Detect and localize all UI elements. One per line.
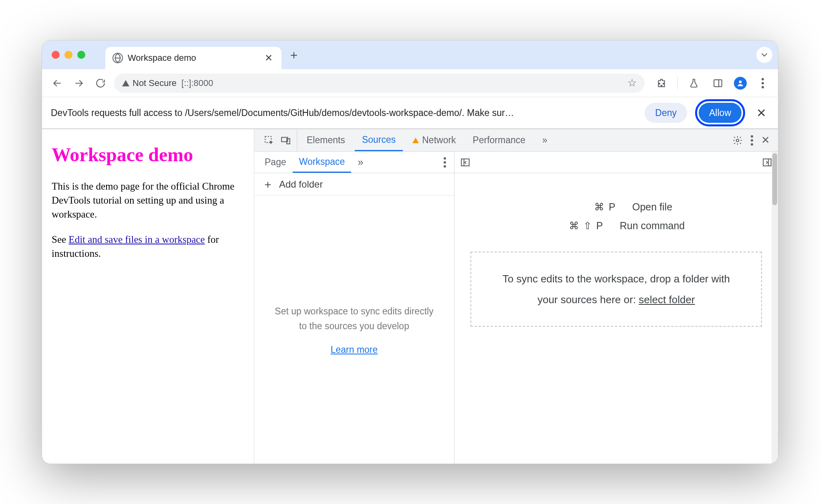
tab-network[interactable]: Network <box>405 129 463 151</box>
svg-point-4 <box>739 80 742 83</box>
shortcuts-hint: ⌘ P Open file ⌘ ⇧ P Run command <box>470 201 762 232</box>
reload-icon <box>95 78 106 88</box>
warning-icon <box>412 138 419 143</box>
url-text: [::]:8000 <box>181 78 213 88</box>
device-toggle-icon[interactable] <box>281 135 291 146</box>
open-file-label: Open file <box>632 201 672 213</box>
person-icon <box>736 79 744 87</box>
flask-icon <box>689 78 699 88</box>
open-file-keys: ⌘ P <box>560 201 616 213</box>
editor-content: ⌘ P Open file ⌘ ⇧ P Run command To sync … <box>454 173 778 464</box>
scrollbar[interactable] <box>772 152 778 464</box>
devtools-tabbar: Elements Sources Network Performance » ✕ <box>254 129 778 152</box>
editor-pane: ⌘ P Open file ⌘ ⇧ P Run command To sync … <box>454 152 778 464</box>
navigator-tabs: Page Workspace » <box>254 152 454 173</box>
deny-button[interactable]: Deny <box>645 103 687 123</box>
arrow-right-icon <box>74 78 84 88</box>
nav-menu-button[interactable] <box>440 152 450 173</box>
browser-tab[interactable]: Workspace demo ✕ <box>105 47 281 69</box>
close-tab-button[interactable]: ✕ <box>263 52 274 64</box>
navigator-pane: Page Workspace » ＋ Add folder Set up wor… <box>254 152 454 464</box>
tab-strip: Workspace demo ✕ ＋ <box>42 40 778 69</box>
arrow-left-icon <box>52 78 62 88</box>
side-panel-button[interactable] <box>710 75 726 91</box>
back-button[interactable] <box>49 75 65 91</box>
window-controls <box>52 51 85 59</box>
learn-more-link[interactable]: Learn more <box>331 344 378 355</box>
puzzle-icon <box>656 78 667 88</box>
svg-point-8 <box>736 139 739 142</box>
new-tab-button[interactable]: ＋ <box>286 47 301 62</box>
editor-toolbar <box>454 152 778 173</box>
run-command-keys: ⌘ ⇧ P <box>548 220 604 232</box>
drop-zone[interactable]: To sync edits to the workspace, drop a f… <box>470 252 762 327</box>
minimize-window-button[interactable] <box>64 51 72 59</box>
run-command-label: Run command <box>620 220 685 232</box>
extensions-button[interactable] <box>653 75 669 91</box>
inspect-icon[interactable] <box>264 135 274 146</box>
forward-button[interactable] <box>71 75 87 91</box>
browser-window: Workspace demo ✕ ＋ Not Secure [::]:8000 … <box>42 40 778 464</box>
divider <box>677 77 678 89</box>
gear-icon[interactable] <box>732 135 743 146</box>
page-para-1: This is the demo page for the official C… <box>52 179 244 221</box>
tab-search-button[interactable] <box>756 47 772 63</box>
close-devtools-button[interactable]: ✕ <box>761 134 770 146</box>
workspace-empty-state: Set up workspace to sync edits directly … <box>254 196 454 464</box>
globe-icon <box>113 53 123 63</box>
profile-button[interactable] <box>734 77 747 90</box>
permission-infobar: DevTools requests full access to /Users/… <box>42 97 778 129</box>
not-secure-label: Not Secure <box>133 78 177 88</box>
kebab-icon <box>762 78 764 88</box>
nav-tab-page[interactable]: Page <box>258 152 293 173</box>
toolbar-actions <box>650 75 771 91</box>
security-badge[interactable]: Not Secure <box>122 78 177 88</box>
toolbar: Not Secure [::]:8000 ☆ <box>42 69 778 97</box>
menu-button[interactable] <box>755 75 771 91</box>
plus-icon: ＋ <box>262 177 273 192</box>
infobar-message: DevTools requests full access to /Users/… <box>51 108 637 118</box>
panel-icon <box>713 78 723 88</box>
nav-tab-workspace[interactable]: Workspace <box>293 152 352 173</box>
chevron-down-icon <box>759 50 770 60</box>
scrollbar-thumb[interactable] <box>772 153 777 205</box>
devtools-body: Page Workspace » ＋ Add folder Set up wor… <box>254 152 778 464</box>
page-viewport: Workspace demo This is the demo page for… <box>42 129 254 464</box>
close-infobar-button[interactable]: ✕ <box>753 106 769 120</box>
workspace-hint: Set up workspace to sync edits directly … <box>270 304 438 334</box>
tab-title: Workspace demo <box>128 53 258 63</box>
labs-button[interactable] <box>686 75 702 91</box>
allow-button[interactable]: Allow <box>699 103 742 123</box>
page-para-2: See Edit and save files in a workspace f… <box>52 232 244 260</box>
tab-performance[interactable]: Performance <box>466 129 533 151</box>
devtools: Elements Sources Network Performance » ✕ <box>254 129 778 464</box>
add-folder-button[interactable]: ＋ Add folder <box>254 173 454 196</box>
select-folder-link[interactable]: select folder <box>639 294 695 306</box>
show-debugger-icon[interactable] <box>762 157 772 168</box>
bookmark-button[interactable]: ☆ <box>627 77 637 89</box>
show-navigator-icon[interactable] <box>460 157 470 168</box>
tutorial-link[interactable]: Edit and save files in a workspace <box>68 234 205 245</box>
page-heading: Workspace demo <box>52 141 244 168</box>
address-bar[interactable]: Not Secure [::]:8000 ☆ <box>114 74 645 93</box>
warning-icon <box>122 80 129 86</box>
nav-more-tabs[interactable]: » <box>354 152 367 173</box>
reload-button[interactable] <box>92 75 109 91</box>
maximize-window-button[interactable] <box>77 51 85 59</box>
allow-highlight: Allow <box>695 99 745 126</box>
close-window-button[interactable] <box>52 51 60 59</box>
more-tabs-button[interactable]: » <box>535 129 555 151</box>
svg-rect-2 <box>714 80 722 86</box>
devtools-menu-button[interactable] <box>751 135 753 146</box>
tab-elements[interactable]: Elements <box>299 129 352 151</box>
main-split: Workspace demo This is the demo page for… <box>42 129 778 464</box>
tab-sources[interactable]: Sources <box>355 129 403 151</box>
